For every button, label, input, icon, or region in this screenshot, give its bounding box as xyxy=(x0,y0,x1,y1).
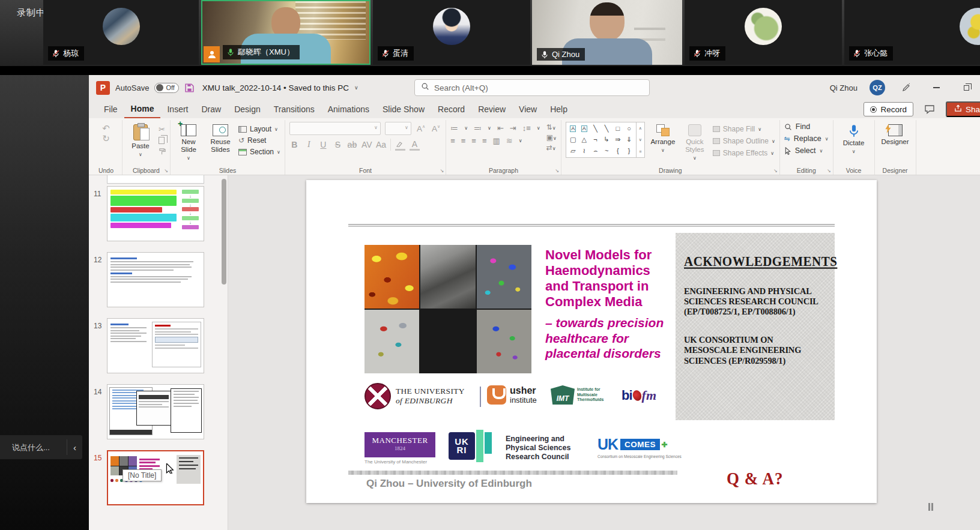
shape-effects-button[interactable]: Shape Effects∨ xyxy=(713,149,775,157)
find-button[interactable]: Find xyxy=(784,122,829,131)
underline-icon[interactable]: U xyxy=(318,140,328,149)
font-name-combo[interactable] xyxy=(289,122,381,135)
slide-footer-author[interactable]: Qi Zhou – University of Edinburgh xyxy=(366,478,532,490)
text-columns-icon[interactable]: ≋ xyxy=(506,137,513,145)
thumbnail-scrollbar[interactable] xyxy=(222,179,226,285)
copy-icon[interactable] xyxy=(159,137,165,144)
convert-smartart-icon[interactable]: ⇄∨ xyxy=(546,144,557,151)
arrow-shape-icon[interactable]: ╲ xyxy=(605,125,609,132)
align-left-icon[interactable]: ≡ xyxy=(450,137,455,145)
paste-button[interactable]: Paste ∨ xyxy=(127,122,154,164)
freeform-shape-icon[interactable]: ≀ xyxy=(583,148,585,154)
font-size-combo[interactable] xyxy=(385,122,411,135)
epsrc-text[interactable]: Engineering and Physical Sciences Resear… xyxy=(506,435,570,462)
shape-fill-button[interactable]: Shape Fill∨ xyxy=(713,125,775,133)
gallery-scroll[interactable]: ∧ ∨ ≡ xyxy=(636,122,644,157)
autosave-toggle[interactable]: Off xyxy=(154,83,178,93)
oval-shape-icon[interactable]: ○ xyxy=(627,125,631,132)
line-shape-icon[interactable]: ╲ xyxy=(593,125,597,132)
dialog-launcher-icon[interactable]: ↘ xyxy=(164,168,168,173)
participant-tile-4[interactable]: Qi Zhou xyxy=(532,0,682,65)
chat-collapse-button[interactable]: ‹ xyxy=(67,439,82,455)
tab-animations[interactable]: Animations xyxy=(321,100,376,118)
save-icon[interactable] xyxy=(184,83,195,93)
gallery-more-icon[interactable]: ≡ xyxy=(639,149,641,154)
participant-tile-6[interactable]: 张心懿 xyxy=(844,0,980,65)
dialog-launcher-icon[interactable]: ↘ xyxy=(773,168,778,173)
right-brace-shape-icon[interactable]: } xyxy=(628,148,631,154)
arrange-button[interactable]: Arrange ∨ xyxy=(649,122,677,164)
edinburgh-logo[interactable]: THE UNIVERSITY of EDINBURGH xyxy=(364,383,465,409)
parallelogram-shape-icon[interactable]: ▱ xyxy=(570,148,575,154)
tab-draw[interactable]: Draw xyxy=(195,100,228,118)
dialog-launcher-icon[interactable]: ↘ xyxy=(555,168,559,173)
font-color-icon[interactable]: A xyxy=(410,139,420,151)
arc-shape-icon[interactable]: ⌢ xyxy=(593,148,597,154)
participant-tile-1[interactable]: 杨琼 xyxy=(43,0,199,65)
cut-icon[interactable]: ✂ xyxy=(159,125,166,133)
tab-file[interactable]: File xyxy=(97,100,124,118)
triangle-shape-icon[interactable]: △ xyxy=(582,136,587,143)
share-button[interactable]: Share xyxy=(946,101,980,117)
search-input[interactable] xyxy=(434,83,643,92)
left-brace-shape-icon[interactable]: { xyxy=(617,148,619,154)
textbox-v-icon[interactable]: A xyxy=(581,125,587,132)
dialog-launcher-icon[interactable]: ↘ xyxy=(440,168,444,173)
bullets-icon[interactable]: ≔ xyxy=(450,124,458,132)
rectangle-shape-icon[interactable]: □ xyxy=(616,125,620,132)
section-button[interactable]: Section∨ xyxy=(238,148,280,156)
dialog-launcher-icon[interactable]: ↘ xyxy=(827,168,831,173)
qa-text[interactable]: Q & A? xyxy=(727,468,784,489)
text-direction-icon[interactable]: ⇅∨ xyxy=(546,124,557,131)
chat-input[interactable] xyxy=(0,443,67,452)
participant-tile-2-active-speaker[interactable]: 鄢晓晖（XMU） xyxy=(201,0,371,65)
quick-styles-button[interactable]: Quick Styles ∨ xyxy=(681,122,709,164)
participant-tile-3[interactable]: 蛋清 xyxy=(373,0,530,65)
record-button[interactable]: Record xyxy=(864,102,913,116)
minimize-button[interactable] xyxy=(927,79,945,97)
simulation-image-grid[interactable] xyxy=(364,245,531,373)
elbow-connector-icon[interactable]: ¬ xyxy=(593,136,597,143)
rounded-rect-shape-icon[interactable]: ▢ xyxy=(570,136,576,143)
tab-review[interactable]: Review xyxy=(471,100,512,118)
usher-institute-logo[interactable]: usher institute xyxy=(487,385,537,405)
tab-slide-show[interactable]: Slide Show xyxy=(376,100,431,118)
chat-quick-box[interactable]: ‹ xyxy=(0,435,82,459)
participant-tile-5[interactable]: 冲呀 xyxy=(685,0,842,65)
character-spacing-icon[interactable]: AV xyxy=(361,140,372,149)
slide-title[interactable]: Novel Models for Haemodynamics and Trans… xyxy=(545,247,680,310)
curve-shape-icon[interactable]: ~ xyxy=(605,148,608,154)
replace-button[interactable]: ⇋ Replace∨ xyxy=(784,134,829,143)
select-button[interactable]: Select∨ xyxy=(784,146,829,155)
designer-button[interactable]: Designer xyxy=(879,122,912,164)
italic-icon[interactable]: I xyxy=(304,140,314,149)
slide-canvas[interactable]: Novel Models for Haemodynamics and Trans… xyxy=(306,180,877,503)
slide-editing-canvas[interactable]: Novel Models for Haemodynamics and Trans… xyxy=(228,175,980,530)
strikethrough-icon[interactable]: ab xyxy=(347,140,357,149)
increase-indent-icon[interactable]: ⇥ xyxy=(510,124,516,132)
dictate-button[interactable]: Dictate ∨ xyxy=(838,122,870,164)
text-shadow-icon[interactable]: S xyxy=(333,140,343,149)
repeat-icon[interactable]: ↻ xyxy=(102,134,110,143)
search-box[interactable] xyxy=(414,79,650,96)
align-center-icon[interactable]: ≡ xyxy=(461,137,466,145)
thumbnail-partial[interactable] xyxy=(107,175,204,184)
reset-button[interactable]: ↺ Reset xyxy=(238,136,280,145)
powerpoint-logo-icon[interactable]: P xyxy=(96,81,110,95)
canvas-scroll-indicator[interactable] xyxy=(928,503,933,511)
new-slide-button[interactable]: New Slide ∨ xyxy=(175,122,202,164)
gallery-up-icon[interactable]: ∧ xyxy=(639,126,642,131)
tab-view[interactable]: View xyxy=(512,100,543,118)
tab-transitions[interactable]: Transitions xyxy=(267,100,321,118)
tab-home[interactable]: Home xyxy=(124,100,161,118)
tab-record[interactable]: Record xyxy=(431,100,471,118)
restore-button[interactable] xyxy=(957,79,975,97)
reuse-slides-button[interactable]: Reuse Slides xyxy=(207,122,234,164)
undo-icon[interactable]: ↶ xyxy=(102,124,110,133)
layout-button[interactable]: Layout∨ xyxy=(238,125,280,133)
doc-title-chevron-icon[interactable]: ∨ xyxy=(354,85,358,91)
increase-font-size-icon[interactable]: A xyxy=(416,124,426,133)
align-text-icon[interactable]: ▣∨ xyxy=(546,134,557,141)
coming-soon-pen-icon[interactable] xyxy=(897,79,915,97)
line-spacing-icon[interactable]: ↕≡ xyxy=(522,124,531,132)
